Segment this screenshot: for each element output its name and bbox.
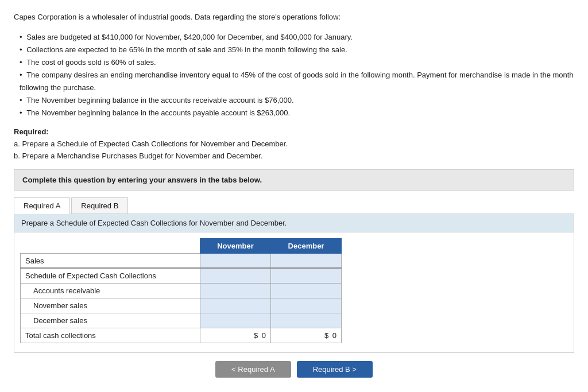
empty-header [21,238,200,253]
accounts-receivable-label: Accounts receivable [21,283,200,298]
instructions: a. Prepare a Schedule of Expected Cash C… [14,138,574,162]
sales-dec-input[interactable] [271,253,342,268]
schedule-label: Schedule of Expected Cash Collections [21,268,200,283]
tab-content: Prepare a Schedule of Expected Cash Coll… [14,214,574,353]
total-nov-currency: $ [254,331,260,340]
bullet-item: The November beginning balance in the ac… [20,107,574,119]
data-table: November December Sales Schedule of Expe… [20,238,342,343]
tabs-row: Required A Required B [14,197,574,214]
sales-row: Sales [21,253,342,268]
total-nov-cell: $ 0 [200,328,271,343]
november-header: November [200,238,271,253]
total-label: Total cash collections [21,328,200,343]
total-nov-value: 0 [262,331,266,340]
schedule-dec-field[interactable] [271,269,341,283]
bullet-item: Collections are expected to be 65% in th… [20,44,574,56]
required-label: Required: [14,127,49,136]
schedule-nov-field[interactable] [200,269,270,283]
nov-sales-label: November sales [21,298,200,313]
bullet-item: Sales are budgeted at $410,000 for Novem… [20,31,574,44]
required-section: Required: a. Prepare a Schedule of Expec… [14,127,574,162]
instruction-a: a. Prepare a Schedule of Expected Cash C… [14,138,574,150]
sales-dec-field[interactable] [271,254,341,268]
dec-sales-row: December sales [21,313,342,328]
total-dec-cell: $ 0 [271,328,342,343]
ar-dec-input[interactable] [271,283,342,298]
dec-sales-nov-input[interactable] [200,313,271,328]
total-dec-value: 0 [332,331,336,340]
ar-nov-input[interactable] [200,283,271,298]
tab-description: Prepare a Schedule of Expected Cash Coll… [14,214,574,232]
instruction-b: b. Prepare a Merchandise Purchases Budge… [14,150,574,162]
dec-sales-dec-field[interactable] [271,313,341,328]
bullet-item: The company desires an ending merchandis… [20,69,574,94]
schedule-nov-input[interactable] [200,268,271,283]
intro-text: Capes Corporation is a wholesaler of ind… [14,11,574,23]
forward-button[interactable]: Required B > [297,361,373,378]
dec-sales-dec-input[interactable] [271,313,342,328]
nov-sales-dec-field[interactable] [271,298,341,313]
nov-sales-row: November sales [21,298,342,313]
sales-nov-field[interactable] [200,254,270,268]
ar-dec-field[interactable] [271,284,341,298]
total-row: Total cash collections $ 0 $ 0 [21,328,342,343]
tab-required-b[interactable]: Required B [71,197,128,214]
december-header: December [271,238,342,253]
sales-nov-input[interactable] [200,253,271,268]
ar-nov-field[interactable] [200,284,270,298]
sales-label: Sales [21,253,200,268]
total-dec-currency: $ [324,331,330,340]
tab-required-a[interactable]: Required A [14,197,70,214]
table-section: November December Sales Schedule of Expe… [14,232,574,352]
bullet-item: The November beginning balance in the ac… [20,94,574,107]
schedule-header-row: Schedule of Expected Cash Collections [21,268,342,283]
bullet-item: The cost of goods sold is 60% of sales. [20,56,574,69]
nov-sales-nov-input[interactable] [200,298,271,313]
nav-buttons: < Required A Required B > [14,361,574,378]
dec-sales-label: December sales [21,313,200,328]
back-button[interactable]: < Required A [215,361,291,378]
dec-sales-nov-field[interactable] [200,313,270,328]
bullet-list: Sales are budgeted at $410,000 for Novem… [20,31,574,120]
nov-sales-nov-field[interactable] [200,298,270,313]
schedule-dec-input[interactable] [271,268,342,283]
complete-box: Complete this question by entering your … [14,169,574,191]
accounts-receivable-row: Accounts receivable [21,283,342,298]
tabs-container: Required A Required B Prepare a Schedule… [14,197,574,353]
nov-sales-dec-input[interactable] [271,298,342,313]
